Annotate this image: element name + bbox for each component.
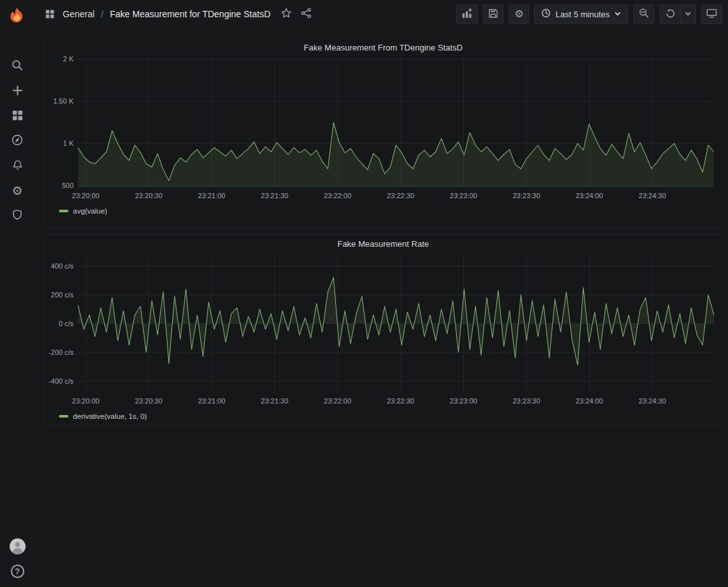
svg-text:23:24:30: 23:24:30 [638, 397, 666, 405]
question-icon: ? [11, 565, 24, 578]
share-icon [301, 8, 312, 20]
grafana-app: ⚙ ? Gener [0, 0, 728, 587]
add-panel-button[interactable] [456, 4, 478, 24]
gear-icon: ⚙ [514, 9, 523, 19]
svg-text:1 K: 1 K [63, 139, 74, 147]
chevron-down-icon [684, 10, 692, 19]
zoom-out-icon [638, 8, 649, 20]
shield-icon [12, 209, 23, 223]
zoom-out-button[interactable] [633, 4, 654, 24]
monitor-icon [706, 8, 717, 20]
sidebar-item-create[interactable] [0, 79, 35, 104]
cycle-view-button[interactable] [701, 4, 722, 24]
star-icon [281, 8, 292, 20]
grafana-flame-icon [8, 6, 27, 26]
sidebar-item-dashboards[interactable] [0, 104, 35, 129]
dashboard-settings-button[interactable]: ⚙ [509, 4, 529, 24]
legend-swatch [59, 210, 68, 212]
avatar [10, 538, 26, 556]
legend: avg(value) [45, 207, 722, 219]
main-area: General / Fake Measurement for TDengine … [35, 0, 728, 587]
svg-text:1.50 K: 1.50 K [53, 97, 74, 105]
sidebar-item-configuration[interactable]: ⚙ [0, 178, 35, 203]
save-dashboard-button[interactable] [483, 4, 503, 24]
legend-label[interactable]: avg(value) [73, 207, 107, 215]
svg-text:23:20:30: 23:20:30 [135, 397, 162, 405]
svg-text:23:24:00: 23:24:00 [576, 397, 603, 405]
refresh-icon [665, 8, 676, 20]
sidebar-item-explore[interactable] [0, 129, 35, 153]
grafana-logo[interactable] [6, 5, 28, 27]
time-series-chart[interactable]: 2 K1.50 K1 K50023:20:0023:20:3023:21:002… [46, 54, 718, 207]
breadcrumb-section[interactable]: General [63, 9, 95, 19]
svg-text:23:21:30: 23:21:30 [261, 397, 289, 405]
svg-text:23:23:00: 23:23:00 [450, 397, 477, 405]
breadcrumb-dashboards-icon [44, 8, 56, 20]
chevron-down-icon [614, 10, 621, 19]
svg-text:23:21:30: 23:21:30 [261, 192, 289, 200]
refresh-interval-dropdown[interactable] [680, 4, 696, 24]
svg-text:23:21:00: 23:21:00 [198, 192, 225, 200]
svg-text:23:22:00: 23:22:00 [324, 192, 351, 200]
svg-text:23:20:00: 23:20:00 [72, 192, 100, 200]
svg-text:23:22:30: 23:22:30 [387, 192, 415, 200]
svg-text:2 K: 2 K [63, 55, 74, 63]
legend-label[interactable]: derivative(value, 1s, 0) [73, 412, 147, 420]
grid-icon [12, 109, 24, 123]
svg-text:0 c/s: 0 c/s [59, 320, 74, 327]
gear-icon: ⚙ [12, 185, 22, 197]
svg-text:-400 c/s: -400 c/s [49, 377, 74, 385]
panel-title[interactable]: Fake Measurement From TDengine StatsD [45, 38, 722, 54]
svg-text:23:23:00: 23:23:00 [450, 192, 477, 200]
time-range-label: Last 5 minutes [555, 10, 610, 19]
svg-text:23:22:00: 23:22:00 [324, 397, 351, 405]
breadcrumb: General / Fake Measurement for TDengine … [44, 6, 456, 22]
sidebar-item-help[interactable]: ? [0, 565, 35, 578]
svg-text:23:21:00: 23:21:00 [198, 397, 225, 405]
dashboard-grid: Fake Measurement From TDengine StatsD 2 … [35, 28, 728, 430]
sidebar-bottom: ? [0, 538, 35, 587]
panel-fake-measurement-rate: Fake Measurement Rate 400 c/s200 c/s0 c/… [44, 234, 722, 425]
time-series-chart[interactable]: 400 c/s200 c/s0 c/s-200 c/s-400 c/s23:20… [46, 251, 718, 412]
svg-text:500: 500 [62, 182, 74, 189]
user-profile-button[interactable] [0, 538, 35, 556]
svg-text:23:23:30: 23:23:30 [512, 192, 540, 200]
navbar: General / Fake Measurement for TDengine … [35, 0, 728, 28]
svg-text:400 c/s: 400 c/s [51, 262, 74, 270]
svg-text:23:22:30: 23:22:30 [387, 397, 415, 405]
share-dashboard-button[interactable] [299, 6, 313, 22]
sidebar-item-server-admin[interactable] [0, 203, 35, 228]
clock-icon [541, 8, 551, 20]
svg-text:23:23:30: 23:23:30 [512, 397, 540, 405]
svg-text:23:20:30: 23:20:30 [135, 192, 162, 200]
svg-text:-200 c/s: -200 c/s [49, 348, 74, 356]
refresh-button[interactable] [660, 4, 680, 24]
panel-title[interactable]: Fake Measurement Rate [45, 235, 722, 251]
svg-text:23:24:00: 23:24:00 [576, 192, 603, 200]
plus-icon [12, 84, 24, 98]
refresh-button-group [660, 4, 696, 24]
time-picker-button[interactable]: Last 5 minutes [534, 4, 628, 24]
svg-text:23:24:30: 23:24:30 [638, 192, 666, 200]
svg-text:200 c/s: 200 c/s [51, 291, 74, 299]
star-dashboard-button[interactable] [280, 6, 293, 22]
search-icon [11, 59, 24, 74]
svg-text:23:20:00: 23:20:00 [72, 397, 100, 405]
legend: derivative(value, 1s, 0) [45, 412, 722, 424]
sidebar-item-search[interactable] [0, 54, 35, 79]
sidebar-item-alerting[interactable] [0, 153, 35, 178]
sidebar-nav: ⚙ [0, 54, 35, 228]
page-title[interactable]: Fake Measurement for TDengine StatsD [110, 9, 271, 19]
panel-fake-measurement: Fake Measurement From TDengine StatsD 2 … [44, 38, 722, 229]
compass-icon [11, 134, 24, 148]
legend-swatch [59, 415, 68, 418]
save-icon [488, 8, 498, 20]
add-panel-icon [461, 8, 473, 21]
navbar-actions: ⚙ Last 5 minutes [456, 4, 722, 24]
sidebar: ⚙ ? [0, 0, 35, 587]
bell-icon [12, 159, 24, 173]
breadcrumb-separator: / [101, 9, 104, 19]
